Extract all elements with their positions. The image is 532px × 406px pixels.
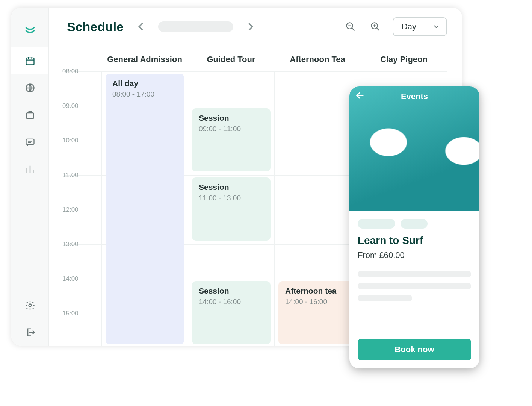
- event-time: 14:00 - 16:00: [285, 298, 350, 306]
- event-title: Afternoon tea: [285, 286, 350, 295]
- event-title: Session: [199, 114, 264, 123]
- svg-rect-2: [26, 113, 33, 118]
- col-afternoon-tea: Afternoon Tea: [274, 55, 361, 71]
- col-guided-tour: Guided Tour: [188, 55, 274, 71]
- nav-logout[interactable]: [11, 319, 48, 346]
- svg-rect-0: [26, 58, 34, 65]
- hour-label: 11:00: [62, 171, 92, 179]
- lane-afternoon-tea: Afternoon tea 14:00 - 16:00: [274, 71, 361, 346]
- hour-label: 10:00: [62, 137, 92, 144]
- sidebar: [11, 8, 49, 346]
- col-general-admission: General Admission: [101, 55, 188, 71]
- mobile-body: Learn to Surf From £60.00: [349, 211, 479, 315]
- mobile-header-title: Events: [349, 92, 479, 102]
- event-time: 09:00 - 11:00: [199, 125, 264, 133]
- event-session-1[interactable]: Session 09:00 - 11:00: [192, 108, 271, 171]
- lane-general-admission: All day 08:00 - 17:00: [101, 71, 188, 346]
- view-select[interactable]: Day: [393, 17, 447, 36]
- tag-placeholder: [401, 219, 428, 229]
- zoom-in-button[interactable]: [368, 19, 383, 34]
- book-now-label: Book now: [394, 345, 434, 354]
- text-placeholder: [358, 271, 471, 277]
- nav-analytics[interactable]: [11, 156, 48, 183]
- view-select-label: Day: [402, 22, 416, 32]
- event-afternoon-tea[interactable]: Afternoon tea 14:00 - 16:00: [278, 281, 357, 344]
- text-placeholder: [358, 295, 412, 301]
- event-session-3[interactable]: Session 14:00 - 16:00: [192, 281, 271, 344]
- event-title: Session: [199, 286, 264, 295]
- text-placeholder: [358, 283, 471, 289]
- hour-label: 15:00: [62, 310, 92, 317]
- event-session-2[interactable]: Session 11:00 - 13:00: [192, 177, 271, 241]
- hour-label: 08:00: [62, 68, 92, 75]
- event-price: From £60.00: [358, 250, 471, 260]
- prev-button[interactable]: [133, 19, 148, 34]
- date-range-placeholder[interactable]: [158, 21, 233, 32]
- topbar: Schedule Day: [49, 8, 462, 44]
- event-time: 14:00 - 16:00: [199, 298, 264, 306]
- event-title: All day: [112, 79, 177, 88]
- column-headers: General Admission Guided Tour Afternoon …: [64, 44, 447, 71]
- event-time: 11:00 - 13:00: [199, 194, 264, 202]
- page-title: Schedule: [67, 20, 124, 34]
- hour-label: 13:00: [62, 241, 92, 248]
- logo-icon: [11, 16, 48, 43]
- svg-point-4: [29, 304, 31, 307]
- hour-label: 14:00: [62, 275, 92, 283]
- event-time: 08:00 - 17:00: [112, 90, 177, 98]
- hero-image: [349, 86, 479, 211]
- lane-guided-tour: Session 09:00 - 11:00 Session 11:00 - 13…: [188, 71, 274, 346]
- next-button[interactable]: [243, 19, 258, 34]
- tag-placeholder: [358, 219, 395, 229]
- hour-label: 12:00: [62, 206, 92, 214]
- hour-label: 09:00: [62, 102, 92, 110]
- nav-shop[interactable]: [11, 102, 48, 129]
- event-title: Session: [199, 183, 264, 192]
- nav-chat[interactable]: [11, 129, 48, 156]
- nav-schedule[interactable]: [11, 47, 48, 74]
- nav-globe[interactable]: [11, 74, 48, 102]
- book-now-button[interactable]: Book now: [358, 339, 471, 360]
- time-column: 08:00 09:00 10:00 11:00 12:00 13:00 14:0…: [64, 71, 101, 346]
- zoom-out-button[interactable]: [343, 19, 358, 34]
- mobile-hero: Events: [349, 86, 479, 211]
- nav-settings[interactable]: [11, 292, 48, 319]
- svg-rect-3: [26, 139, 34, 144]
- mobile-event-card: Events Learn to Surf From £60.00 Book no…: [349, 86, 479, 368]
- event-allday[interactable]: All day 08:00 - 17:00: [106, 74, 184, 344]
- col-clay-pigeon: Clay Pigeon: [361, 55, 447, 71]
- chevron-down-icon: [433, 23, 440, 30]
- event-title: Learn to Surf: [358, 235, 471, 247]
